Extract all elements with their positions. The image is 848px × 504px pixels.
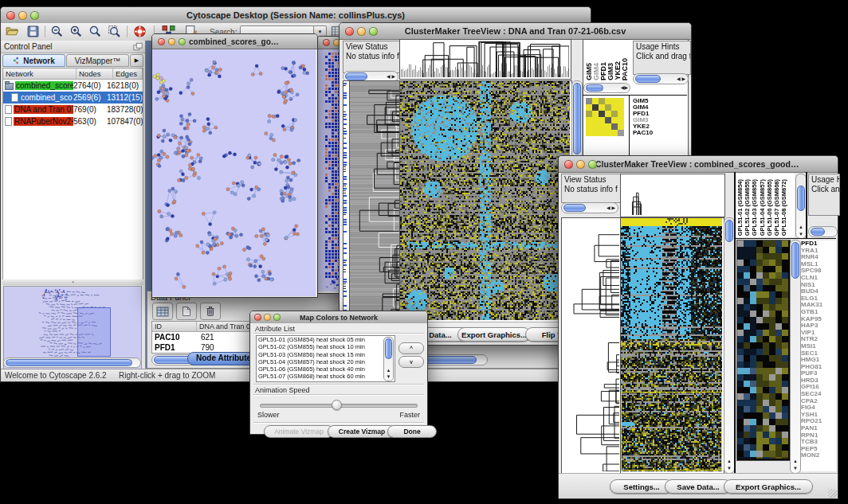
column-label[interactable]: GPL51-08 (GSM872) <box>781 179 788 236</box>
column-label[interactable]: GPL51-03 (GSM856) <box>752 179 759 236</box>
network-view-titlebar[interactable]: combined_scores_good.txt--cluste... <box>152 34 317 49</box>
attribute-item[interactable]: GPL51-02 (GSM855) heat shock 10 min <box>257 343 395 350</box>
close-icon[interactable] <box>564 160 573 169</box>
scroll-arrows-icon[interactable]: ◀▶ <box>621 85 628 90</box>
scroll-up-icon[interactable]: ▲ <box>387 368 391 373</box>
tv1-zoom-heatmap[interactable] <box>586 98 624 136</box>
attribute-item[interactable]: GPL51-04 (GSM857) heat shock 20 min <box>257 358 395 365</box>
zoom-window-icon[interactable] <box>179 38 186 45</box>
main-titlebar[interactable]: Cytoscape Desktop (Session Name: collins… <box>1 7 591 24</box>
tv1-row-dendrogram-canvas[interactable] <box>350 81 399 320</box>
tab-vizmapper[interactable]: VizMapper™ <box>66 54 129 67</box>
treeview2-titlebar[interactable]: ClusterMaker TreeView : combined_scores_… <box>559 156 838 173</box>
attribute-item[interactable]: GPL51-06 (GSM865) heat shock 40 min <box>257 365 395 373</box>
attribute-item[interactable]: GPL51-03 (GSM856) heat shock 15 min <box>257 351 395 358</box>
column-label[interactable]: PAC10 <box>622 58 629 80</box>
scroll-down-icon[interactable]: ▼ <box>727 466 732 471</box>
col-network[interactable]: Network <box>3 68 77 79</box>
close-icon[interactable] <box>345 27 354 36</box>
scrollbar-thumb[interactable] <box>725 220 733 242</box>
scroll-down-icon[interactable]: ▼ <box>799 232 803 236</box>
network-list-row[interactable]: RNAPuberNov2+I 563(0) 107847(0) <box>3 115 143 127</box>
zoom-window-icon[interactable] <box>369 27 378 36</box>
open-file-icon[interactable] <box>6 25 19 38</box>
scroll-up-icon[interactable]: ▲ <box>793 459 798 463</box>
tv1-column-dendrogram-canvas[interactable] <box>400 40 569 77</box>
delete-attribute-icon[interactable] <box>200 303 221 320</box>
list-vscrollbar[interactable]: ▲ ▼ <box>383 337 394 381</box>
scroll-down-icon[interactable]: ▼ <box>793 466 798 471</box>
close-icon[interactable] <box>323 39 330 46</box>
tv1-heatmap-canvas[interactable] <box>400 81 570 320</box>
tv1-row-dendrogram[interactable] <box>349 80 402 322</box>
minimize-icon[interactable] <box>357 27 366 36</box>
tv2-action-button[interactable]: Export Graphics... <box>724 479 813 494</box>
network-view-canvas[interactable] <box>152 49 316 296</box>
scrollbar-thumb[interactable] <box>563 204 586 212</box>
minimize-icon[interactable] <box>264 314 271 321</box>
save-icon[interactable] <box>26 25 40 38</box>
zoom-in-icon[interactable] <box>69 25 83 38</box>
scrollbar-thumb[interactable] <box>6 359 132 366</box>
zoom-window-icon[interactable] <box>30 11 39 20</box>
network-list-row[interactable]: DNA and Tran 07 769(0) 183728(0) <box>3 104 143 115</box>
scroll-up-icon[interactable]: ▲ <box>799 225 803 229</box>
scroll-arrows-icon[interactable]: ◀ ▶ <box>387 74 395 79</box>
network-overview-canvas[interactable] <box>4 287 139 368</box>
tab-overflow-icon[interactable]: ▶ <box>130 54 143 67</box>
new-attribute-icon[interactable] <box>176 303 197 320</box>
scrollbar-thumb[interactable] <box>797 186 805 211</box>
tv2-column-dendrogram[interactable] <box>620 174 725 217</box>
tv2-detail-heatmap[interactable] <box>736 240 791 461</box>
attribute-item[interactable]: GPL51-07 (GSM868) heat shock 60 min <box>257 373 395 380</box>
select-attributes-icon[interactable] <box>152 303 173 320</box>
scrollbar-thumb[interactable] <box>385 338 392 359</box>
row-label[interactable]: PAC10 <box>633 130 653 136</box>
tab-network[interactable]: Network <box>2 54 65 67</box>
zoom-selected-icon[interactable] <box>108 25 121 38</box>
zoom-out-icon[interactable] <box>50 25 64 38</box>
close-icon[interactable] <box>6 11 15 20</box>
network-list-row[interactable]: combined_scores 2764(0) 16218(0) <box>3 80 143 92</box>
network-list-row[interactable]: combined_sco 2569(6) 13112(15) <box>3 92 143 104</box>
zoom-window-icon[interactable] <box>273 314 281 321</box>
attribute-listbox[interactable]: GPL51-01 (GSM854) heat shock 05 minGPL51… <box>256 335 395 382</box>
scrollbar-thumb[interactable] <box>635 75 661 83</box>
resize-grip[interactable] <box>828 489 837 498</box>
scroll-down-icon[interactable]: ▼ <box>387 374 391 379</box>
tv2-detail-vscrollbar[interactable]: ▲ ▼ <box>790 240 801 474</box>
scrollbar-thumb[interactable] <box>586 84 603 92</box>
tv2-global-heatmap[interactable] <box>620 217 724 474</box>
zoom-fit-icon[interactable] <box>88 25 102 38</box>
slider-thumb[interactable] <box>332 400 342 410</box>
tv2-row-dendrogram-canvas[interactable] <box>562 218 619 471</box>
tv2-detail-heatmap-canvas[interactable] <box>737 240 788 459</box>
scroll-up-icon[interactable]: ▲ <box>727 459 732 463</box>
dialog-action-button[interactable]: Animate Vizmap <box>264 425 334 438</box>
tv2-row-dendrogram[interactable] <box>561 217 622 474</box>
scrollbar-thumb[interactable] <box>573 83 581 154</box>
float-panel-icon[interactable] <box>133 42 143 51</box>
minimize-icon[interactable] <box>576 160 585 169</box>
col-nodes[interactable]: Nodes <box>77 68 113 79</box>
scrollbar-thumb[interactable] <box>791 242 799 279</box>
tv1-zoom-heatmap-canvas[interactable] <box>586 98 624 136</box>
tv2-global-vscrollbar[interactable]: ▲ ▼ <box>724 217 735 474</box>
scrollbar-thumb[interactable] <box>345 72 367 80</box>
col-id[interactable]: ID <box>152 322 197 331</box>
tv2-action-button[interactable]: Settings... <box>610 479 673 494</box>
treeview1-titlebar[interactable]: ClusterMaker TreeView : DNA and Tran 07-… <box>340 23 691 40</box>
tv2-global-heatmap-canvas[interactable] <box>621 218 722 471</box>
col-edges[interactable]: Edges <box>113 68 143 79</box>
tv2-column-dendrogram-canvas[interactable] <box>621 174 723 215</box>
tv1-zoom-hscrollbar[interactable]: ◀▶ <box>583 83 630 93</box>
scroll-arrows-icon[interactable]: ◀ ▶ <box>607 205 615 210</box>
tv2-action-button[interactable]: Save Data... <box>665 479 732 494</box>
move-down-button[interactable]: v <box>398 356 424 368</box>
tv1-action-button[interactable]: Export Graphics... <box>457 327 531 342</box>
help-lifebuoy-icon[interactable] <box>133 25 147 38</box>
dialog-titlebar[interactable]: Map Colors to Network <box>250 311 427 324</box>
close-icon[interactable] <box>254 314 261 321</box>
scroll-arrows-icon[interactable]: ◀ ▶ <box>677 76 685 81</box>
tv1-heatmap[interactable] <box>399 80 572 322</box>
